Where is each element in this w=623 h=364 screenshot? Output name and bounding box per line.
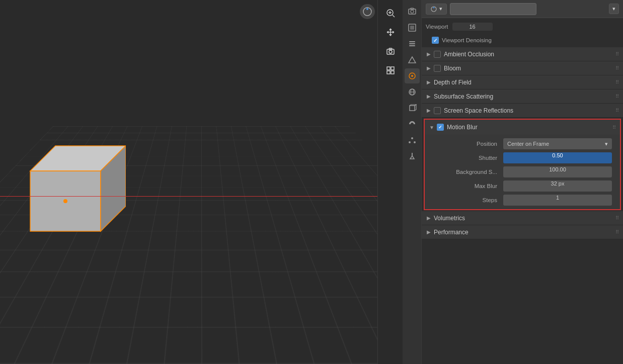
shutter-label: Shutter (433, 155, 503, 161)
panel-mode-dropdown[interactable]: ▾ (426, 4, 447, 15)
sidebar-icon-strip (403, 0, 422, 364)
position-arrow: ▾ (605, 141, 608, 147)
subsurface-scattering-header[interactable]: ▶ Subsurface Scattering ⠿ (422, 89, 623, 104)
background-scale-row: Background S... 100.00 (425, 165, 620, 179)
svg-rect-13 (387, 67, 390, 70)
3d-cube (15, 131, 126, 246)
subsurface-scattering-drag[interactable]: ⠿ (615, 94, 619, 99)
screen-space-reflections-arrow: ▶ (426, 108, 432, 114)
viewport-value[interactable]: 16 (452, 23, 493, 31)
svg-rect-15 (387, 71, 390, 74)
background-scale-value[interactable]: 100.00 (503, 166, 612, 177)
physics-icon[interactable] (405, 149, 420, 164)
svg-point-32 (409, 141, 411, 143)
bloom-header[interactable]: ▶ Bloom ⠿ (422, 61, 623, 75)
viewport-row: Viewport 16 (422, 20, 623, 33)
position-row: Position Center on Frame ▾ (425, 137, 620, 151)
ambient-occlusion-arrow: ▶ (426, 51, 432, 57)
motion-blur-arrow: ▼ (429, 124, 435, 130)
ambient-occlusion-checkbox[interactable] (434, 51, 441, 58)
viewport-denoising-label: Viewport Denoising (442, 37, 492, 43)
bloom-checkbox[interactable] (434, 65, 441, 72)
depth-of-field-title: Depth of Field (434, 79, 615, 86)
max-blur-label: Max Blur (433, 183, 503, 189)
motion-blur-section: ▼ Motion Blur ⠿ Position Center on Frame… (424, 119, 621, 210)
motion-blur-checkbox[interactable] (437, 124, 444, 131)
svg-rect-24 (409, 43, 415, 44)
search-wrapper: 🔍 (450, 3, 606, 15)
performance-drag[interactable]: ⠿ (615, 229, 619, 235)
position-dropdown[interactable]: Center on Frame ▾ (503, 138, 612, 149)
viewport-label: Viewport (426, 24, 448, 30)
render-engine-icon[interactable] (405, 68, 420, 83)
motion-blur-header[interactable]: ▼ Motion Blur ⠿ (425, 120, 620, 135)
bloom-arrow: ▶ (426, 65, 432, 71)
volumetrics-drag[interactable]: ⠿ (615, 215, 619, 221)
properties-list: Viewport 16 Viewport Denoising ▶ Ambient… (422, 18, 623, 364)
panel-content: ▾ 🔍 ▾ Viewport 16 Viewport Denoising ▶ (422, 0, 623, 364)
pan-tool-icon[interactable] (381, 23, 400, 41)
depth-of-field-drag[interactable]: ⠿ (615, 79, 619, 85)
depth-of-field-arrow: ▶ (426, 79, 432, 85)
svg-point-33 (414, 141, 416, 143)
shutter-value[interactable]: 0.50 (503, 152, 612, 163)
position-label: Position (433, 141, 503, 147)
view-layer-icon[interactable] (405, 36, 420, 51)
steps-label: Steps (433, 197, 503, 203)
svg-point-36 (433, 7, 435, 8)
render-properties-icon[interactable] (405, 4, 420, 19)
screen-space-reflections-title: Screen Space Reflections (444, 107, 615, 114)
performance-title: Performance (434, 229, 615, 236)
filter-dropdown[interactable]: ▾ (609, 4, 619, 14)
performance-header[interactable]: ▶ Performance ⠿ (422, 225, 623, 239)
max-blur-value[interactable]: 32 px (503, 180, 612, 192)
steps-value[interactable]: 1 (503, 195, 612, 206)
search-input[interactable] (450, 3, 536, 15)
svg-point-11 (389, 50, 392, 53)
volumetrics-header[interactable]: ▶ Volumetrics ⠿ (422, 211, 623, 225)
bloom-title: Bloom (444, 65, 615, 72)
red-axis-line (0, 196, 403, 197)
position-value: Center on Frame (507, 141, 549, 147)
screen-space-reflections-drag[interactable]: ⠿ (615, 108, 619, 113)
particles-icon[interactable] (405, 133, 420, 148)
depth-of-field-header[interactable]: ▶ Depth of Field ⠿ (422, 75, 623, 89)
panel-toolbar: ▾ 🔍 ▾ (422, 0, 623, 18)
scene-icon[interactable] (405, 52, 420, 67)
camera-tool-icon[interactable] (381, 42, 400, 60)
viewport-denoising-row: Viewport Denoising (422, 33, 623, 47)
object-properties-icon[interactable] (405, 101, 420, 116)
svg-point-27 (411, 75, 413, 77)
background-scale-label: Background S... (433, 169, 503, 175)
ambient-occlusion-header[interactable]: ▶ Ambient Occlusion ⠿ (422, 47, 623, 61)
viewport-toolbar (377, 0, 403, 364)
output-properties-icon[interactable] (405, 20, 420, 35)
svg-point-5 (366, 8, 368, 10)
viewport-nav-icon[interactable] (360, 4, 375, 19)
ambient-occlusion-title: Ambient Occlusion (444, 51, 615, 58)
svg-point-3 (63, 199, 67, 203)
volumetrics-title: Volumetrics (434, 215, 615, 222)
svg-line-7 (393, 15, 395, 17)
volumetrics-arrow: ▶ (426, 215, 432, 221)
modifiers-icon[interactable] (405, 117, 420, 132)
subsurface-scattering-title: Subsurface Scattering (434, 93, 615, 100)
ambient-occlusion-drag[interactable]: ⠿ (615, 51, 619, 57)
bloom-drag[interactable]: ⠿ (615, 65, 619, 71)
svg-point-19 (411, 10, 414, 13)
svg-rect-22 (410, 26, 414, 30)
max-blur-row: Max Blur 32 px (425, 179, 620, 193)
motion-blur-drag[interactable]: ⠿ (612, 125, 616, 130)
svg-rect-23 (409, 41, 415, 42)
viewport-denoising-checkbox[interactable] (432, 37, 439, 44)
svg-rect-14 (391, 67, 394, 70)
svg-rect-25 (409, 45, 415, 46)
screen-space-reflections-checkbox[interactable] (434, 107, 441, 114)
screen-space-reflections-header[interactable]: ▶ Screen Space Reflections ⠿ (422, 104, 623, 118)
grid-tool-icon[interactable] (381, 61, 400, 79)
motion-blur-content: Position Center on Frame ▾ Shutter 0.50 … (425, 135, 620, 209)
shutter-row: Shutter 0.50 (425, 151, 620, 165)
viewport-area[interactable] (0, 0, 403, 364)
world-icon[interactable] (405, 84, 420, 100)
zoom-tool-icon[interactable] (381, 4, 400, 22)
